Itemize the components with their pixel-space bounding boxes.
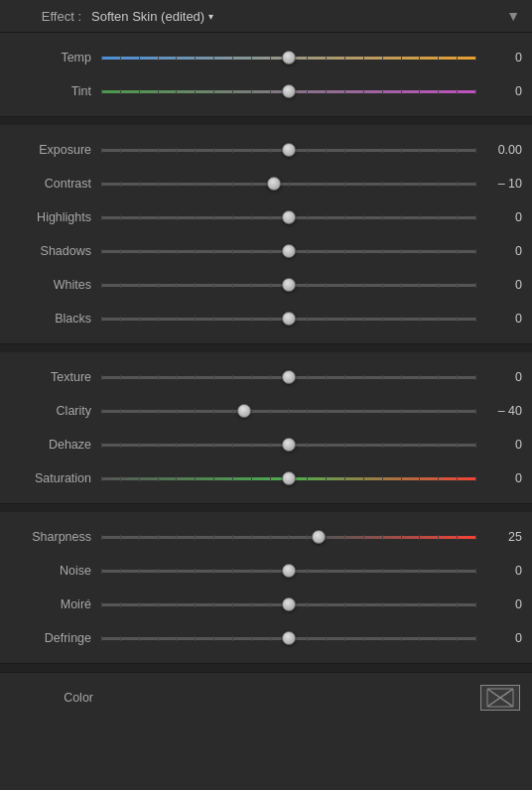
detail-thumb-0[interactable] [312, 530, 326, 544]
presence-label-0: Texture [10, 370, 91, 384]
presence-slider-container-3[interactable] [101, 468, 476, 488]
detail-value-3: 0 [484, 631, 522, 645]
color-row: Color [0, 672, 532, 723]
detail-slider-container-2[interactable] [101, 594, 476, 614]
tone-thumb-3[interactable] [282, 244, 296, 258]
presence-thumb-3[interactable] [282, 471, 296, 485]
presence-row-0: Texture0 [0, 360, 532, 394]
tone-slider-container-2[interactable] [101, 207, 476, 227]
presence-value-3: 0 [484, 471, 522, 485]
tone-value-1: – 10 [484, 177, 522, 191]
panel: Effect : Soften Skin (edited) ▾ ▼ Temp0T… [0, 0, 532, 723]
tone-value-3: 0 [484, 244, 522, 258]
detail-track-1[interactable] [101, 570, 476, 573]
tone-slider-container-5[interactable] [101, 309, 476, 329]
tone-thumb-2[interactable] [282, 210, 296, 224]
tone-label-0: Exposure [10, 143, 91, 157]
presence-label-2: Dehaze [10, 438, 91, 452]
detail-value-2: 0 [484, 597, 522, 611]
tone-thumb-0[interactable] [282, 143, 296, 157]
tone-thumb-1[interactable] [267, 177, 281, 191]
presence-thumb-2[interactable] [282, 438, 296, 452]
presence-slider-container-1[interactable] [101, 401, 476, 421]
presence-thumb-0[interactable] [282, 370, 296, 384]
detail-track-2[interactable] [101, 603, 476, 606]
tone-row-3: Shadows0 [0, 234, 532, 268]
tone-slider-container-0[interactable] [101, 140, 476, 160]
detail-label-2: Moiré [10, 597, 91, 611]
presence-row-1: Clarity– 40 [0, 394, 532, 428]
detail-slider-container-1[interactable] [101, 561, 476, 581]
presence-track-3[interactable] [101, 477, 476, 480]
temp-tint-slider-container-0[interactable] [101, 48, 476, 67]
tone-row-4: Whites0 [0, 268, 532, 302]
tone-track-3[interactable] [101, 250, 476, 253]
effect-dropdown[interactable]: Soften Skin (edited) ▾ [91, 9, 213, 24]
tone-section: Exposure0.00Contrast– 10Highlights0Shado… [0, 125, 532, 344]
temp-tint-label-0: Temp [10, 51, 91, 65]
detail-track-3[interactable] [101, 637, 476, 640]
temp-tint-thumb-1[interactable] [282, 84, 296, 98]
effect-value: Soften Skin (edited) [91, 9, 204, 24]
detail-slider-container-0[interactable] [101, 527, 476, 547]
presence-slider-container-2[interactable] [101, 435, 476, 455]
tone-slider-container-3[interactable] [101, 241, 476, 261]
detail-thumb-1[interactable] [282, 564, 296, 578]
temp-tint-label-1: Tint [10, 84, 91, 98]
tone-row-0: Exposure0.00 [0, 133, 532, 167]
effect-label: Effect : [12, 9, 81, 24]
presence-value-2: 0 [484, 438, 522, 452]
presence-label-3: Saturation [10, 471, 91, 485]
color-icon-button[interactable] [480, 685, 520, 711]
tone-slider-container-1[interactable] [101, 174, 476, 194]
detail-slider-container-3[interactable] [101, 628, 476, 648]
effect-dropdown-arrow[interactable]: ▾ [208, 11, 213, 22]
presence-track-2[interactable] [101, 444, 476, 447]
tone-row-2: Highlights0 [0, 200, 532, 234]
presence-track-1[interactable] [101, 410, 476, 413]
tone-label-5: Blacks [10, 312, 91, 326]
temp-tint-row-1: Tint0 [0, 74, 532, 108]
color-label: Color [12, 691, 93, 705]
presence-row-3: Saturation0 [0, 461, 532, 495]
tone-thumb-4[interactable] [282, 278, 296, 292]
tone-track-2[interactable] [101, 216, 476, 219]
temp-tint-slider-container-1[interactable] [101, 81, 476, 101]
detail-label-1: Noise [10, 564, 91, 578]
temp-tint-thumb-0[interactable] [282, 51, 296, 65]
tone-value-4: 0 [484, 278, 522, 292]
tone-row-1: Contrast– 10 [0, 167, 532, 200]
temp-tint-value-0: 0 [484, 51, 522, 65]
tone-track-0[interactable] [101, 149, 476, 152]
temp-tint-value-1: 0 [484, 84, 522, 98]
presence-thumb-1[interactable] [237, 404, 251, 418]
temp-tint-track-1[interactable] [101, 90, 476, 93]
detail-track-0[interactable] [101, 536, 476, 539]
detail-row-2: Moiré0 [0, 588, 532, 621]
tone-track-1[interactable] [101, 183, 476, 186]
temp-tint-row-0: Temp0 [0, 41, 532, 74]
tone-thumb-5[interactable] [282, 312, 296, 326]
detail-thumb-2[interactable] [282, 597, 296, 611]
tone-label-4: Whites [10, 278, 91, 292]
detail-label-3: Defringe [10, 631, 91, 645]
detail-row-3: Defringe0 [0, 621, 532, 655]
tone-slider-container-4[interactable] [101, 275, 476, 295]
detail-section: Sharpness25Noise0Moiré0Defringe0 [0, 512, 532, 664]
tone-track-5[interactable] [101, 318, 476, 321]
presence-track-0[interactable] [101, 376, 476, 379]
detail-thumb-3[interactable] [282, 631, 296, 645]
tone-label-3: Shadows [10, 244, 91, 258]
detail-value-1: 0 [484, 564, 522, 578]
presence-slider-container-0[interactable] [101, 367, 476, 387]
effect-row: Effect : Soften Skin (edited) ▾ ▼ [0, 0, 532, 33]
presence-row-2: Dehaze0 [0, 428, 532, 461]
presence-label-1: Clarity [10, 404, 91, 418]
detail-label-0: Sharpness [10, 530, 91, 544]
tone-track-4[interactable] [101, 284, 476, 287]
temp-tint-track-0[interactable] [101, 57, 476, 60]
presence-value-0: 0 [484, 370, 522, 384]
temp-tint-section: Temp0Tint0 [0, 33, 532, 117]
tone-label-2: Highlights [10, 210, 91, 224]
effect-collapse-arrow[interactable]: ▼ [506, 8, 520, 24]
